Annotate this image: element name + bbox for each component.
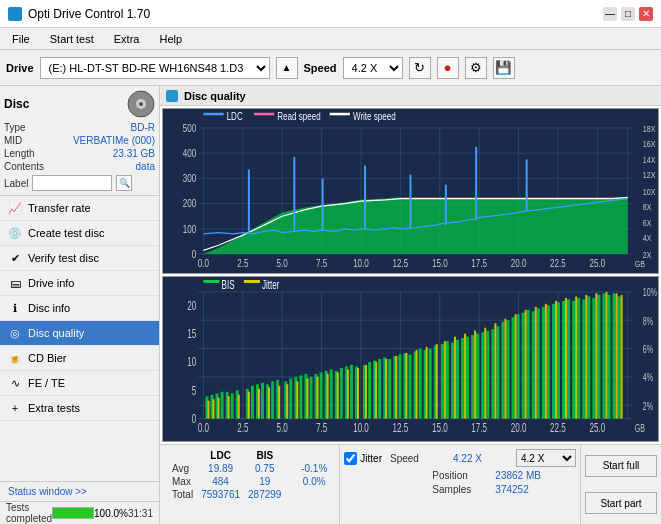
speed-dropdown-stats[interactable]: 4.2 X — [516, 449, 576, 467]
disc-length-key: Length — [4, 148, 35, 159]
disc-type-row: Type BD-R — [4, 122, 155, 133]
close-button[interactable]: ✕ — [639, 7, 653, 21]
position-row: Position 23862 MB — [344, 470, 576, 481]
disc-contents-row: Contents data — [4, 161, 155, 172]
svg-rect-150 — [446, 341, 449, 419]
nav-label-create-test-disc: Create test disc — [28, 227, 104, 239]
svg-rect-155 — [471, 335, 474, 418]
nav-item-verify-test-disc[interactable]: ✔ Verify test disc — [0, 246, 159, 271]
nav-item-create-test-disc[interactable]: 💿 Create test disc — [0, 221, 159, 246]
nav-item-fe-te[interactable]: ∿ FE / TE — [0, 371, 159, 396]
cd-bier-icon: 🍺 — [8, 351, 22, 365]
svg-text:12.5: 12.5 — [393, 422, 409, 435]
svg-rect-207 — [416, 350, 418, 419]
svg-text:100: 100 — [183, 224, 196, 235]
nav-label-disc-quality: Disc quality — [28, 327, 84, 339]
toolbar: Drive (E:) HL-DT-ST BD-RE WH16NS48 1.D3 … — [0, 50, 661, 86]
nav-item-transfer-rate[interactable]: 📈 Transfer rate — [0, 196, 159, 221]
nav-item-disc-quality[interactable]: ◎ Disc quality — [0, 321, 159, 346]
svg-rect-169 — [542, 307, 545, 419]
save-button[interactable]: 💾 — [493, 57, 515, 79]
maximize-button[interactable]: □ — [621, 7, 635, 21]
position-value: 23862 MB — [495, 470, 550, 481]
svg-rect-163 — [512, 317, 515, 418]
disc-label-input[interactable] — [32, 175, 112, 191]
svg-text:Jitter: Jitter — [262, 278, 280, 291]
refresh-button[interactable]: ↻ — [409, 57, 431, 79]
fe-te-icon: ∿ — [8, 376, 22, 390]
svg-rect-222 — [565, 298, 567, 419]
svg-text:6%: 6% — [643, 344, 653, 356]
col-header-spacer — [285, 449, 297, 462]
svg-rect-126 — [320, 372, 323, 418]
menu-file[interactable]: File — [8, 32, 34, 46]
svg-rect-197 — [317, 377, 319, 419]
app-icon — [8, 7, 22, 21]
svg-rect-160 — [496, 326, 499, 418]
svg-rect-221 — [555, 301, 557, 419]
settings-button[interactable]: ⚙ — [465, 57, 487, 79]
svg-rect-165 — [522, 313, 525, 419]
svg-text:BIS: BIS — [222, 278, 235, 291]
svg-rect-215 — [494, 323, 496, 418]
svg-rect-202 — [365, 365, 367, 419]
svg-rect-153 — [461, 338, 464, 419]
start-part-button[interactable]: Start part — [585, 492, 657, 514]
svg-rect-188 — [228, 396, 230, 418]
svg-rect-212 — [464, 334, 466, 419]
nav-item-drive-info[interactable]: 🖴 Drive info — [0, 271, 159, 296]
progress-pct: 100.0% — [94, 508, 128, 519]
disc-type-key: Type — [4, 122, 26, 133]
svg-rect-130 — [340, 368, 343, 419]
svg-text:Write speed: Write speed — [353, 112, 396, 123]
svg-rect-122 — [299, 375, 302, 418]
nav-item-disc-info[interactable]: ℹ Disc info — [0, 296, 159, 321]
stats-bar: LDC BIS Avg 19.89 0.75 -0.1% — [160, 444, 661, 524]
svg-rect-187 — [218, 398, 220, 419]
burn-button[interactable]: ● — [437, 57, 459, 79]
svg-rect-128 — [330, 369, 333, 418]
disc-info-icon: ℹ — [8, 301, 22, 315]
disc-quality-icon: ◎ — [8, 326, 22, 340]
speed-select[interactable]: 4.2 X — [343, 57, 403, 79]
stats-right: Jitter Speed 4.22 X 4.2 X Position 23862… — [339, 445, 580, 524]
svg-rect-200 — [347, 369, 349, 418]
svg-rect-60 — [254, 113, 274, 116]
svg-rect-175 — [572, 301, 575, 419]
svg-text:2%: 2% — [643, 400, 653, 412]
svg-point-2 — [139, 102, 143, 106]
svg-rect-184 — [618, 296, 621, 418]
stats-ldc-total: 7593761 — [197, 488, 244, 501]
eject-button[interactable]: ▲ — [276, 57, 298, 79]
svg-text:22.5: 22.5 — [550, 422, 566, 435]
svg-text:2.5: 2.5 — [237, 422, 248, 435]
charts-container: 0 100 200 300 400 500 0.0 2.5 5.0 7.5 10… — [160, 106, 661, 444]
svg-text:12.5: 12.5 — [393, 258, 409, 269]
svg-rect-137 — [378, 359, 381, 419]
svg-rect-157 — [481, 332, 484, 418]
disc-label-btn[interactable]: 🔍 — [116, 175, 132, 191]
jitter-checkbox[interactable] — [344, 452, 357, 465]
svg-rect-216 — [504, 319, 506, 419]
drive-select[interactable]: (E:) HL-DT-ST BD-RE WH16NS48 1.D3 — [40, 57, 270, 79]
svg-rect-170 — [547, 305, 550, 418]
svg-text:20: 20 — [187, 299, 196, 312]
menu-help[interactable]: Help — [155, 32, 186, 46]
disc-type-val: BD-R — [131, 122, 155, 133]
nav-item-extra-tests[interactable]: + Extra tests — [0, 396, 159, 421]
menu-extra[interactable]: Extra — [110, 32, 144, 46]
svg-rect-181 — [602, 293, 605, 418]
status-window-btn[interactable]: Status window >> — [0, 482, 159, 502]
chart-header: Disc quality — [160, 86, 661, 106]
start-full-button[interactable]: Start full — [585, 455, 657, 477]
nav-item-cd-bier[interactable]: 🍺 CD Bier — [0, 346, 159, 371]
action-buttons: Start full Start part — [580, 445, 661, 524]
menu-start-test[interactable]: Start test — [46, 32, 98, 46]
position-label: Position — [432, 470, 487, 481]
svg-rect-220 — [545, 304, 547, 419]
minimize-button[interactable]: — — [603, 7, 617, 21]
progress-bar-fill — [53, 508, 93, 518]
stats-jitter-total — [297, 488, 331, 501]
svg-rect-154 — [466, 337, 469, 419]
app-title: Opti Drive Control 1.70 — [28, 7, 150, 21]
